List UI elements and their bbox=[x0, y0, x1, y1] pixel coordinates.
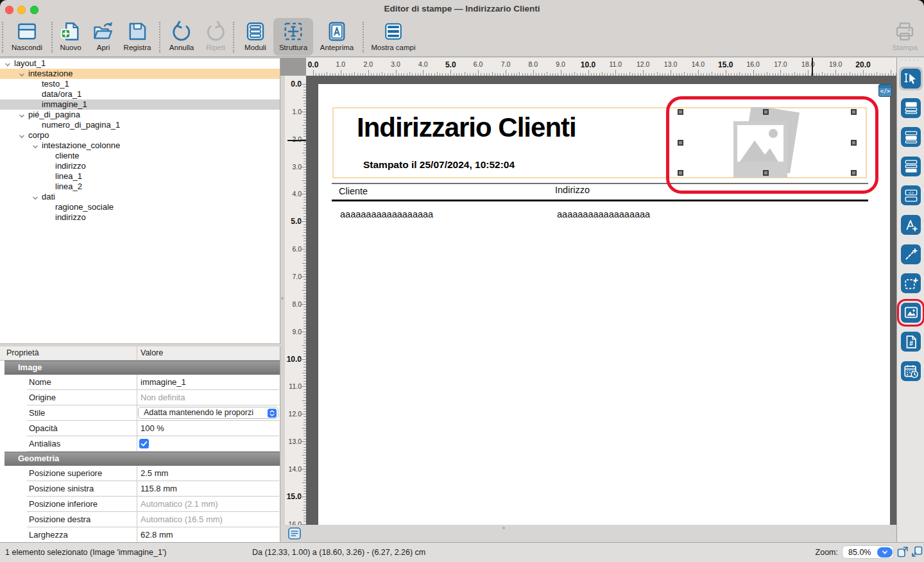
band-icon[interactable] bbox=[288, 527, 301, 540]
add-code-band-tool-slot: <> bbox=[899, 183, 923, 207]
add-page-number-tool[interactable]: # bbox=[901, 332, 921, 352]
column-header-indirizzo[interactable]: Indirizzo bbox=[555, 185, 590, 195]
tree-item-immagine-1[interactable]: immagine_1 bbox=[0, 99, 280, 110]
add-column-band-tool[interactable] bbox=[901, 127, 921, 147]
add-line-tool[interactable] bbox=[901, 244, 921, 264]
tree-item-cliente[interactable]: cliente bbox=[0, 151, 280, 161]
svg-text:<>: <> bbox=[908, 190, 913, 194]
selection-handle[interactable] bbox=[851, 109, 857, 115]
zoom-select[interactable]: 85.0% bbox=[842, 545, 894, 559]
canvas-viewport[interactable]: Indirizzario Clienti Stampato il 25/07/2… bbox=[306, 76, 896, 525]
column-header-top-line[interactable] bbox=[332, 183, 868, 184]
property-row-posizione-superiore[interactable]: Posizione superiore2.5 mm bbox=[27, 466, 279, 481]
report-printed-date-text[interactable]: Stampato il 25/07/2024, 10:52:04 bbox=[363, 159, 515, 171]
chevron-down-icon[interactable] bbox=[32, 194, 38, 200]
property-row-nome[interactable]: Nomeimmagine_1 bbox=[27, 375, 279, 390]
property-row-posizione-inferiore[interactable]: Posizione inferioreAutomatico (2.1 mm) bbox=[27, 497, 279, 512]
property-row-origine[interactable]: OrigineNon definita bbox=[27, 390, 279, 405]
ruler-label: 9.0 bbox=[556, 60, 565, 68]
chevron-down-icon[interactable] bbox=[4, 60, 11, 67]
style-select[interactable]: Adatta mantenendo le proporzi bbox=[138, 407, 278, 419]
panel-splitter-grip[interactable] bbox=[281, 297, 284, 300]
tree-item-dati[interactable]: dati bbox=[0, 192, 280, 202]
property-value[interactable]: Automatico (2.1 mm) bbox=[141, 499, 218, 509]
toolbar-button-mostra_campi[interactable]: Mostra campi bbox=[371, 19, 416, 55]
chevron-down-icon[interactable] bbox=[877, 547, 893, 558]
add-datetime-tool[interactable] bbox=[901, 361, 921, 381]
property-value[interactable]: 2.5 mm bbox=[141, 468, 168, 478]
tree-item-pi-di-pagina[interactable]: pié_di_pagina bbox=[0, 110, 280, 120]
property-row-stile[interactable]: StileAdatta mantenendo le proporzi bbox=[27, 405, 279, 421]
image-element-placeholder[interactable] bbox=[732, 107, 804, 179]
property-value[interactable]: 62.8 mm bbox=[141, 530, 173, 540]
toolbar-button-nascondi[interactable]: Nascondi bbox=[4, 19, 49, 55]
report-page[interactable]: Indirizzario Clienti Stampato il 25/07/2… bbox=[318, 84, 890, 525]
tree-item-data-ora-1[interactable]: data/ora_1 bbox=[0, 89, 280, 99]
chevron-down-icon[interactable] bbox=[32, 142, 38, 149]
ruler-label: 1.0 bbox=[336, 60, 346, 68]
tree-item-linea-2[interactable]: linea_2 bbox=[0, 182, 280, 192]
property-row-posizione-sinistra[interactable]: Posizione sinistra115.8 mm bbox=[27, 481, 279, 497]
toolbar-button-anteprima[interactable]: Anteprima bbox=[314, 19, 359, 55]
zoom-to-fit-icon[interactable] bbox=[897, 546, 909, 558]
chevron-down-icon[interactable] bbox=[19, 112, 25, 118]
selection-handle[interactable] bbox=[763, 109, 769, 115]
column-header-bottom-line[interactable] bbox=[332, 200, 868, 201]
add-rectangle-tool[interactable] bbox=[901, 273, 921, 293]
data-cell-cliente[interactable]: aaaaaaaaaaaaaaaaaa bbox=[340, 209, 433, 219]
add-text-icon bbox=[903, 217, 920, 234]
property-value[interactable]: Automatico (16.5 mm) bbox=[141, 515, 223, 524]
selection-handle[interactable] bbox=[678, 109, 683, 115]
ruler-label: 14.0 bbox=[289, 465, 302, 473]
antialias-checkbox[interactable] bbox=[139, 439, 149, 448]
ruler-label: 16.0 bbox=[289, 520, 302, 525]
tree-item-layout-1[interactable]: layout_1 bbox=[0, 58, 280, 69]
tree-item-indirizzo[interactable]: indirizzo bbox=[0, 161, 280, 171]
toolbar-button-registra[interactable]: Registra bbox=[115, 19, 160, 55]
tree-item-corpo[interactable]: corpo bbox=[0, 130, 280, 140]
column-header-cliente[interactable]: Cliente bbox=[339, 186, 368, 196]
coordinates-status-text: Da (12.33, 1.00) a (18.60, 3.26) - (6.27… bbox=[252, 548, 425, 557]
chevron-down-icon[interactable] bbox=[19, 132, 25, 139]
selection-handle[interactable] bbox=[763, 170, 769, 176]
properties-panel: Proprietà Valore ImageNomeimmagine_1Orig… bbox=[0, 346, 280, 542]
report-title-text[interactable]: Indirizzario Clienti bbox=[357, 112, 576, 143]
sidebar-drag-handle[interactable]: ····· bbox=[897, 56, 924, 64]
selection-handle[interactable] bbox=[851, 140, 857, 146]
add-image-tool[interactable] bbox=[901, 303, 921, 323]
add-code-band-tool[interactable]: <> bbox=[901, 185, 921, 205]
add-text-tool[interactable] bbox=[901, 215, 921, 235]
chevron-down-icon[interactable] bbox=[19, 71, 25, 77]
selection-handle[interactable] bbox=[851, 170, 857, 176]
toolbar-button-struttura[interactable]: Struttura bbox=[271, 19, 316, 55]
tree-item-testo-1[interactable]: testo_1 bbox=[0, 79, 280, 89]
zoom-to-window-icon[interactable] bbox=[911, 546, 923, 558]
property-value[interactable]: 100 % bbox=[141, 423, 164, 433]
select-icon bbox=[903, 71, 920, 87]
property-value[interactable]: Non definita bbox=[141, 393, 185, 402]
tree-item-linea-1[interactable]: linea_1 bbox=[0, 171, 280, 182]
add-header-band-tool[interactable] bbox=[901, 98, 921, 118]
tree-item-numero-di-pagina-1[interactable]: numero_di_pagina_1 bbox=[0, 120, 280, 130]
tree-item-ragione-sociale[interactable]: ragione_sociale bbox=[0, 202, 280, 212]
property-row-opacit-[interactable]: Opacità100 % bbox=[27, 421, 279, 436]
data-cell-indirizzo[interactable]: aaaaaaaaaaaaaaaaaa bbox=[557, 209, 650, 219]
add-footer-band-tool[interactable] bbox=[901, 157, 921, 176]
tree-item-intestazione[interactable]: intestazione bbox=[0, 69, 280, 79]
stepper-icon[interactable] bbox=[268, 409, 277, 418]
tree-item-intestazione-colonne[interactable]: intestazione_colonne bbox=[0, 140, 280, 151]
property-row-antialias[interactable]: Antialias bbox=[27, 436, 279, 452]
property-value[interactable]: 115.8 mm bbox=[141, 484, 177, 493]
selection-handle[interactable] bbox=[678, 170, 683, 176]
property-row-larghezza[interactable]: Larghezza62.8 mm bbox=[27, 527, 279, 542]
property-row-posizione-destra[interactable]: Posizione destraAutomatico (16.5 mm) bbox=[27, 512, 279, 527]
selection-handle[interactable] bbox=[678, 140, 683, 146]
select-tool[interactable] bbox=[901, 69, 921, 89]
ruler-label: 15.0 bbox=[718, 60, 733, 69]
property-label: Nome bbox=[29, 377, 51, 387]
tree-item-indirizzo[interactable]: indirizzo bbox=[0, 212, 280, 223]
code-view-badge[interactable]: </> bbox=[878, 84, 892, 97]
ruler-label: 12.0 bbox=[637, 60, 649, 68]
property-value[interactable]: immagine_1 bbox=[141, 377, 186, 387]
splitter-grip[interactable] bbox=[502, 527, 505, 529]
